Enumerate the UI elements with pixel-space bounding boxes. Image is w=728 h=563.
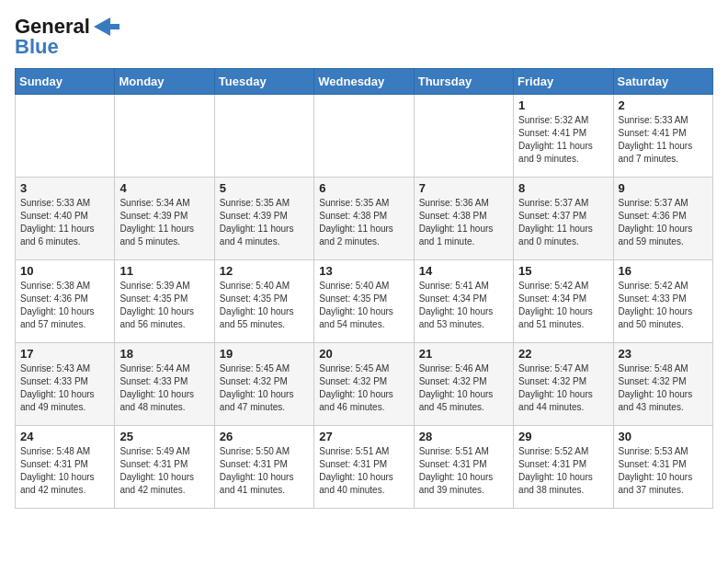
day-info: Sunrise: 5:45 AM Sunset: 4:32 PM Dayligh… [220,362,309,414]
calendar-cell: 5Sunrise: 5:35 AM Sunset: 4:39 PM Daylig… [214,178,313,260]
calendar-cell [115,95,214,178]
calendar-cell: 21Sunrise: 5:46 AM Sunset: 4:32 PM Dayli… [414,343,513,426]
week-row-5: 24Sunrise: 5:48 AM Sunset: 4:31 PM Dayli… [16,426,713,509]
day-number: 13 [319,264,408,278]
day-number: 5 [220,181,309,195]
calendar-cell: 12Sunrise: 5:40 AM Sunset: 4:35 PM Dayli… [214,260,313,343]
calendar-cell: 24Sunrise: 5:48 AM Sunset: 4:31 PM Dayli… [16,426,115,509]
weekday-header-row: SundayMondayTuesdayWednesdayThursdayFrid… [16,69,713,95]
calendar-cell: 26Sunrise: 5:50 AM Sunset: 4:31 PM Dayli… [214,426,313,509]
weekday-saturday: Saturday [613,69,712,95]
calendar-cell: 9Sunrise: 5:37 AM Sunset: 4:36 PM Daylig… [613,178,712,260]
day-info: Sunrise: 5:37 AM Sunset: 4:36 PM Dayligh… [619,197,708,248]
day-number: 3 [20,181,109,195]
logo-arrow-icon [94,17,119,36]
calendar-cell: 10Sunrise: 5:38 AM Sunset: 4:36 PM Dayli… [16,260,115,343]
logo-blue: Blue [15,35,59,59]
weekday-friday: Friday [514,69,613,95]
day-number: 2 [619,98,708,112]
day-number: 12 [220,264,309,278]
day-info: Sunrise: 5:41 AM Sunset: 4:34 PM Dayligh… [419,280,508,331]
day-info: Sunrise: 5:35 AM Sunset: 4:38 PM Dayligh… [319,197,408,248]
day-info: Sunrise: 5:42 AM Sunset: 4:34 PM Dayligh… [518,280,608,331]
day-number: 6 [319,181,408,195]
day-number: 4 [119,181,209,195]
day-number: 27 [319,430,408,443]
weekday-wednesday: Wednesday [314,69,414,95]
day-info: Sunrise: 5:51 AM Sunset: 4:31 PM Dayligh… [419,445,508,497]
day-number: 24 [20,430,109,443]
week-row-3: 10Sunrise: 5:38 AM Sunset: 4:36 PM Dayli… [16,260,713,343]
day-number: 20 [319,347,408,361]
day-number: 22 [518,347,608,361]
week-row-1: 1Sunrise: 5:32 AM Sunset: 4:41 PM Daylig… [16,95,713,178]
calendar-cell: 29Sunrise: 5:52 AM Sunset: 4:31 PM Dayli… [514,426,613,509]
calendar: SundayMondayTuesdayWednesdayThursdayFrid… [15,68,713,509]
day-number: 10 [20,264,109,278]
day-number: 9 [619,181,708,195]
day-info: Sunrise: 5:46 AM Sunset: 4:32 PM Dayligh… [419,362,508,414]
day-number: 19 [220,347,309,361]
day-number: 25 [119,430,209,443]
calendar-body: 1Sunrise: 5:32 AM Sunset: 4:41 PM Daylig… [16,95,713,509]
calendar-cell: 8Sunrise: 5:37 AM Sunset: 4:37 PM Daylig… [514,178,613,260]
day-info: Sunrise: 5:33 AM Sunset: 4:41 PM Dayligh… [619,114,708,166]
calendar-cell: 22Sunrise: 5:47 AM Sunset: 4:32 PM Dayli… [514,343,613,426]
calendar-cell: 27Sunrise: 5:51 AM Sunset: 4:31 PM Dayli… [314,426,414,509]
day-info: Sunrise: 5:42 AM Sunset: 4:33 PM Dayligh… [619,280,708,331]
calendar-cell: 19Sunrise: 5:45 AM Sunset: 4:32 PM Dayli… [214,343,313,426]
calendar-cell: 30Sunrise: 5:53 AM Sunset: 4:31 PM Dayli… [613,426,712,509]
logo: General Blue [15,15,119,59]
calendar-cell: 7Sunrise: 5:36 AM Sunset: 4:38 PM Daylig… [414,178,513,260]
day-number: 18 [119,347,209,361]
day-info: Sunrise: 5:40 AM Sunset: 4:35 PM Dayligh… [220,280,309,331]
day-info: Sunrise: 5:51 AM Sunset: 4:31 PM Dayligh… [319,445,408,497]
day-number: 29 [518,430,608,443]
calendar-cell: 11Sunrise: 5:39 AM Sunset: 4:35 PM Dayli… [115,260,214,343]
weekday-sunday: Sunday [16,69,115,95]
calendar-cell: 18Sunrise: 5:44 AM Sunset: 4:33 PM Dayli… [115,343,214,426]
calendar-cell: 1Sunrise: 5:32 AM Sunset: 4:41 PM Daylig… [514,95,613,178]
week-row-4: 17Sunrise: 5:43 AM Sunset: 4:33 PM Dayli… [16,343,713,426]
calendar-cell: 4Sunrise: 5:34 AM Sunset: 4:39 PM Daylig… [115,178,214,260]
header: General Blue [15,15,713,59]
calendar-cell: 15Sunrise: 5:42 AM Sunset: 4:34 PM Dayli… [514,260,613,343]
calendar-cell: 6Sunrise: 5:35 AM Sunset: 4:38 PM Daylig… [314,178,414,260]
day-number: 1 [518,98,608,112]
calendar-cell [314,95,414,178]
day-number: 15 [518,264,608,278]
day-info: Sunrise: 5:47 AM Sunset: 4:32 PM Dayligh… [518,362,608,414]
calendar-cell: 17Sunrise: 5:43 AM Sunset: 4:33 PM Dayli… [16,343,115,426]
day-number: 30 [619,430,708,443]
day-info: Sunrise: 5:35 AM Sunset: 4:39 PM Dayligh… [220,197,309,248]
day-info: Sunrise: 5:49 AM Sunset: 4:31 PM Dayligh… [119,445,209,497]
week-row-2: 3Sunrise: 5:33 AM Sunset: 4:40 PM Daylig… [16,178,713,260]
day-number: 17 [20,347,109,361]
day-number: 23 [619,347,708,361]
day-number: 16 [619,264,708,278]
day-number: 7 [419,181,508,195]
day-info: Sunrise: 5:38 AM Sunset: 4:36 PM Dayligh… [20,280,109,331]
day-number: 21 [419,347,508,361]
day-info: Sunrise: 5:37 AM Sunset: 4:37 PM Dayligh… [518,197,608,248]
calendar-cell: 3Sunrise: 5:33 AM Sunset: 4:40 PM Daylig… [16,178,115,260]
weekday-thursday: Thursday [414,69,513,95]
calendar-cell: 25Sunrise: 5:49 AM Sunset: 4:31 PM Dayli… [115,426,214,509]
day-info: Sunrise: 5:40 AM Sunset: 4:35 PM Dayligh… [319,280,408,331]
day-info: Sunrise: 5:45 AM Sunset: 4:32 PM Dayligh… [319,362,408,414]
day-info: Sunrise: 5:53 AM Sunset: 4:31 PM Dayligh… [619,445,708,497]
svg-marker-0 [94,17,119,36]
calendar-cell [16,95,115,178]
day-info: Sunrise: 5:44 AM Sunset: 4:33 PM Dayligh… [119,362,209,414]
day-number: 26 [220,430,309,443]
calendar-cell: 23Sunrise: 5:48 AM Sunset: 4:32 PM Dayli… [613,343,712,426]
day-info: Sunrise: 5:52 AM Sunset: 4:31 PM Dayligh… [518,445,608,497]
calendar-cell: 14Sunrise: 5:41 AM Sunset: 4:34 PM Dayli… [414,260,513,343]
calendar-cell [414,95,513,178]
day-number: 28 [419,430,508,443]
day-info: Sunrise: 5:48 AM Sunset: 4:32 PM Dayligh… [619,362,708,414]
day-info: Sunrise: 5:48 AM Sunset: 4:31 PM Dayligh… [20,445,109,497]
day-info: Sunrise: 5:32 AM Sunset: 4:41 PM Dayligh… [518,114,608,166]
day-info: Sunrise: 5:33 AM Sunset: 4:40 PM Dayligh… [20,197,109,248]
calendar-cell: 2Sunrise: 5:33 AM Sunset: 4:41 PM Daylig… [613,95,712,178]
